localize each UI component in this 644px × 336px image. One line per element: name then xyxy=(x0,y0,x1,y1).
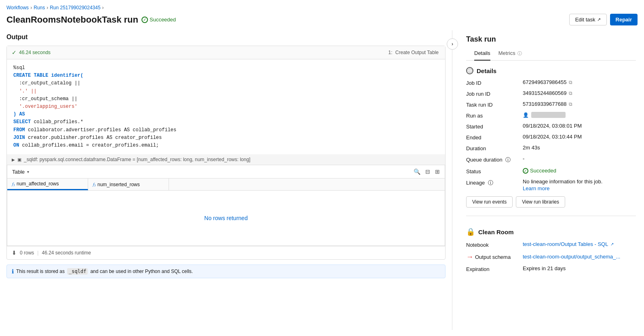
clean-room-title: Clean Room xyxy=(478,229,514,235)
table-toolbar: Table ▾ 🔍 ⊟ ⊞ xyxy=(7,165,445,178)
value-ended: 09/18/2024, 03:10:44 PM xyxy=(523,134,582,140)
col-type-icon: 𝑓₃ xyxy=(12,181,15,187)
value-job-id: 672949637986455 xyxy=(523,79,566,85)
queue-duration-info-icon[interactable]: ⓘ xyxy=(505,157,511,163)
label-job-run-id: Job run ID xyxy=(466,90,523,97)
footer-runtime: 46.24 seconds runtime xyxy=(42,250,91,256)
value-started: 09/18/2024, 03:08:01 PM xyxy=(523,123,582,129)
filter-icon[interactable]: ⊟ xyxy=(425,168,430,175)
view-run-libraries-button[interactable]: View run libraries xyxy=(516,196,565,208)
footer-rows: 0 rows xyxy=(20,250,34,256)
detail-row-duration: Duration 2m 43s xyxy=(466,145,636,151)
col-header-num-inserted: 𝑓₃ num_inserted_rows xyxy=(88,178,169,190)
edit-task-button[interactable]: Edit task ↗ xyxy=(569,14,607,25)
no-rows-message: No rows returned xyxy=(7,191,445,246)
repair-button[interactable]: Repair xyxy=(610,14,638,25)
breadcrumb: Workflows › Runs › Run 251799029024345 › xyxy=(0,0,644,12)
external-link-icon: ↗ xyxy=(597,17,601,22)
cell-duration: 46.24 seconds xyxy=(19,50,51,55)
cell-header: ✓ 46.24 seconds 1: Create Output Table xyxy=(7,46,445,59)
download-icon[interactable]: ⬇ xyxy=(12,250,17,256)
info-icon: ℹ xyxy=(12,268,14,275)
value-status: Succeeded xyxy=(530,168,556,174)
copy-task-run-id-button[interactable]: ⧉ xyxy=(569,101,572,107)
notebook-link[interactable]: test-clean-room/Output Tables - SQL xyxy=(523,241,608,247)
cell-check-icon: ✓ xyxy=(12,49,17,56)
info-bar: ℹ This result is stored as _sqldf and ca… xyxy=(6,265,446,278)
detail-row-output-schema: → Output schema test-clean-room-output/o… xyxy=(466,252,636,261)
status-check-circle: ✓ xyxy=(523,168,528,174)
value-task-run-id: 573169339677688 xyxy=(523,101,566,107)
label-task-run-id: Task run ID xyxy=(466,101,523,108)
notebook-external-icon: ↗ xyxy=(610,242,614,246)
label-started: Started xyxy=(466,123,523,130)
person-icon: 👤 xyxy=(523,112,529,118)
output-section-title: Output xyxy=(6,30,446,41)
col-header-num-affected: 𝑓₃ num_affected_rows xyxy=(7,178,88,190)
col-type-icon2: 𝑓₃ xyxy=(93,182,96,187)
value-lineage: No lineage information for this job. xyxy=(523,178,602,185)
output-schema-arrow-icon: → xyxy=(466,253,473,261)
label-status: Status xyxy=(466,168,523,174)
result-bar-text: _sqldf: pyspark.sql.connect.dataframe.Da… xyxy=(24,157,250,162)
table-label-text: Table xyxy=(12,169,25,175)
main-layout: Output ✓ 46.24 seconds 1: Create Output … xyxy=(0,30,644,330)
breadcrumb-runs[interactable]: Runs xyxy=(34,5,45,10)
label-run-as: Run as xyxy=(466,112,523,119)
label-job-id: Job ID xyxy=(466,79,523,86)
details-section: ⓘ Details Job ID 672949637986455 ⧉ Job r… xyxy=(458,61,644,214)
detail-row-run-as: Run as 👤 user xyxy=(466,112,636,119)
detail-row-expiration: Expiration Expires in 21 days xyxy=(466,265,636,272)
tab-details[interactable]: Details xyxy=(474,47,490,61)
copy-job-run-id-button[interactable]: ⧉ xyxy=(569,90,572,96)
panel-toggle-button[interactable]: › xyxy=(447,38,458,50)
detail-row-queue-duration: Queue duration ⓘ - xyxy=(466,155,636,164)
page-header: CleanRoomsNotebookTask run ✓ Succeeded E… xyxy=(0,12,644,30)
value-queue-duration: - xyxy=(523,155,524,162)
label-output-schema: → Output schema xyxy=(466,252,523,261)
value-job-run-id: 349315244860569 xyxy=(523,90,566,96)
result-arrow-icon: ▶ xyxy=(12,158,15,162)
table-dropdown-icon[interactable]: ▾ xyxy=(27,170,29,174)
label-ended: Ended xyxy=(466,134,523,141)
task-run-tabs: Details Metrics ⓘ xyxy=(466,47,636,61)
breadcrumb-run-id[interactable]: Run 251799029024345 xyxy=(50,5,100,10)
task-run-title: Task run xyxy=(466,35,636,44)
detail-row-notebook: Notebook test-clean-room/Output Tables -… xyxy=(466,241,636,248)
info-text-pre: This result is stored as xyxy=(16,269,65,274)
detail-row-job-id: Job ID 672949637986455 ⧉ xyxy=(466,79,636,86)
cell-footer: ⬇ 0 rows | 46.24 seconds runtime xyxy=(7,246,445,259)
cell-step: 1: xyxy=(388,50,392,55)
details-section-title: Details xyxy=(477,67,496,74)
lineage-learn-more-link[interactable]: Learn more xyxy=(523,185,549,191)
view-run-events-button[interactable]: View run events xyxy=(466,196,513,208)
value-expiration: Expires in 21 days xyxy=(523,265,566,271)
output-schema-link[interactable]: test-clean-room-output/output_schema_... xyxy=(523,254,620,260)
result-icon: ▣ xyxy=(17,157,21,162)
table-section: Table ▾ 🔍 ⊟ ⊞ 𝑓₃ num_affected_rows xyxy=(7,165,445,246)
columns-icon[interactable]: ⊞ xyxy=(435,168,440,175)
lineage-info-icon[interactable]: ⓘ xyxy=(488,180,493,186)
label-expiration: Expiration xyxy=(466,265,523,272)
label-queue-duration: Queue duration ⓘ xyxy=(466,155,523,164)
value-duration: 2m 43s xyxy=(523,145,540,151)
detail-row-lineage: Lineage ⓘ No lineage information for thi… xyxy=(466,178,636,191)
detail-row-job-run-id: Job run ID 349315244860569 ⧉ xyxy=(466,90,636,97)
breadcrumb-workflows[interactable]: Workflows xyxy=(6,5,29,10)
detail-row-task-run-id: Task run ID 573169339677688 ⧉ xyxy=(466,101,636,108)
table-header: 𝑓₃ num_affected_rows 𝑓₃ num_inserted_row… xyxy=(7,178,445,191)
copy-job-id-button[interactable]: ⧉ xyxy=(569,80,572,85)
status-label: Succeeded xyxy=(150,17,176,23)
info-code: _sqldf xyxy=(67,268,88,275)
search-icon[interactable]: 🔍 xyxy=(414,168,420,175)
status-check-icon: ✓ xyxy=(141,17,148,23)
info-text-post: and can be used in other Python and SQL … xyxy=(90,269,193,274)
lock-icon: 🔒 xyxy=(466,227,475,236)
tab-metrics[interactable]: Metrics ⓘ xyxy=(498,47,522,61)
result-bar[interactable]: ▶ ▣ _sqldf: pyspark.sql.connect.datafram… xyxy=(7,154,445,165)
details-info-icon: ⓘ xyxy=(466,67,473,74)
clean-room-section: 🔒 Clean Room Notebook test-clean-room/Ou… xyxy=(458,221,644,272)
code-cell: ✓ 46.24 seconds 1: Create Output Table %… xyxy=(6,46,446,260)
label-lineage: Lineage ⓘ xyxy=(466,178,523,187)
task-run-panel: Task run Details Metrics ⓘ ⓘ Details Job… xyxy=(458,30,644,330)
